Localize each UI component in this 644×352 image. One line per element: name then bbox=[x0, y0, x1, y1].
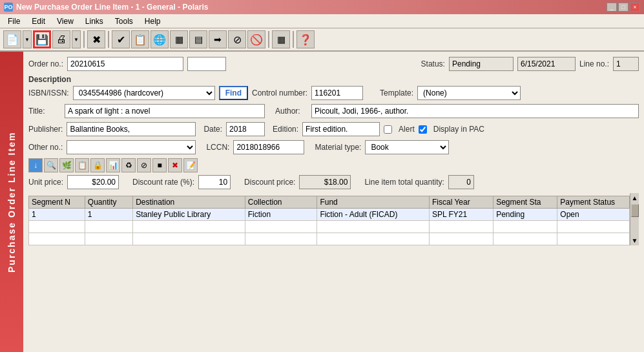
seg-recycle-btn[interactable]: ♻ bbox=[121, 158, 136, 172]
menu-bar: File Edit View Links Tools Help bbox=[0, 14, 644, 28]
table-scrollbar[interactable]: ▲ ▼ bbox=[630, 193, 639, 245]
template-label: Template: bbox=[380, 88, 413, 98]
minimize-button[interactable]: _ bbox=[607, 3, 617, 12]
seg-note-btn[interactable]: 📝 bbox=[183, 158, 198, 172]
seg-chart-btn[interactable]: 📊 bbox=[106, 158, 120, 172]
unit-price-label: Unit price: bbox=[28, 178, 63, 187]
line-no-input bbox=[613, 57, 639, 71]
cell-fiscal-year: SPL FY21 bbox=[429, 209, 493, 221]
title-bar-text: New Purchase Order Line Item - 1 - Gener… bbox=[16, 3, 208, 12]
block-button[interactable]: ⊘ bbox=[228, 30, 246, 48]
publisher-label: Publisher: bbox=[28, 125, 63, 134]
cell-segment-status: Pending bbox=[493, 209, 557, 221]
edition-input[interactable] bbox=[302, 122, 380, 136]
separator-1 bbox=[83, 31, 85, 48]
date-input[interactable] bbox=[226, 122, 265, 136]
save-button[interactable]: 💾 bbox=[33, 30, 51, 48]
col-payment-status: Payment Status bbox=[557, 196, 630, 209]
new-button[interactable]: 📄 bbox=[3, 30, 21, 48]
segment-toolbar: ↓ 🔍 🌿 📋 🔒 📊 ♻ ⊘ ■ ✖ 📝 bbox=[28, 158, 639, 172]
cell-fund: Fiction - Adult (FICAD) bbox=[317, 209, 430, 221]
order-no-input[interactable] bbox=[67, 57, 183, 71]
separator-4 bbox=[293, 31, 294, 48]
title-label: Title: bbox=[28, 107, 61, 116]
scroll-down-arrow[interactable]: ▼ bbox=[630, 236, 639, 245]
display-in-pac-checkbox[interactable] bbox=[419, 125, 427, 134]
isbn-row: ISBN/ISSN: 0345544986 (hardcover) Find C… bbox=[28, 86, 639, 100]
menu-links[interactable]: Links bbox=[80, 16, 109, 27]
material-type-select[interactable]: Book bbox=[365, 140, 449, 154]
separator-2 bbox=[108, 31, 109, 48]
template-select[interactable]: (None) bbox=[417, 86, 521, 100]
delete-button[interactable]: ✖ bbox=[87, 30, 105, 48]
catalog-button[interactable]: 📋 bbox=[131, 30, 149, 48]
menu-tools[interactable]: Tools bbox=[110, 16, 138, 27]
date-label: Date: bbox=[203, 125, 222, 134]
title-bar: PO New Purchase Order Line Item - 1 - Ge… bbox=[0, 0, 644, 14]
seg-search-btn[interactable]: 🔍 bbox=[44, 158, 58, 172]
menu-help[interactable]: Help bbox=[140, 16, 166, 27]
seg-square-btn[interactable]: ■ bbox=[152, 158, 167, 172]
author-input[interactable] bbox=[311, 104, 639, 118]
seg-down-btn[interactable]: ↓ bbox=[28, 158, 43, 172]
order-extra-input[interactable] bbox=[187, 57, 226, 71]
cell-quantity: 1 bbox=[85, 209, 132, 221]
new-dropdown-arrow[interactable]: ▼ bbox=[23, 30, 32, 48]
separator-3 bbox=[268, 31, 269, 48]
publisher-input[interactable] bbox=[67, 122, 196, 136]
title-input[interactable] bbox=[65, 104, 265, 118]
alert-checkbox[interactable] bbox=[384, 125, 392, 134]
seg-lock-btn[interactable]: 🔒 bbox=[90, 158, 105, 172]
menu-view[interactable]: View bbox=[52, 16, 79, 27]
line-item-total-label: Line item total quantity: bbox=[364, 178, 444, 187]
barcode-button[interactable]: ▦ bbox=[272, 30, 290, 48]
window-controls[interactable]: _ □ × bbox=[607, 3, 640, 12]
seg-delete-btn[interactable]: ✖ bbox=[168, 158, 182, 172]
close-button[interactable]: × bbox=[630, 3, 640, 12]
col-segment-status: Segment Sta bbox=[493, 196, 557, 209]
print-button[interactable]: 🖨 bbox=[52, 30, 70, 48]
pricing-row: Unit price: Discount rate (%): Discount … bbox=[28, 175, 639, 189]
grid-button[interactable]: ▦ bbox=[170, 30, 188, 48]
other-no-row: Other no.: LCCN: Material type: Book bbox=[28, 140, 639, 154]
lccn-input[interactable] bbox=[233, 140, 304, 154]
col-fiscal-year: Fiscal Year bbox=[429, 196, 493, 209]
main-toolbar: 📄 ▼ 💾 🖨 ▼ ✖ ✔ 📋 🌐 ▦ ▤ ➡ ⊘ 🚫 ▦ ❓ bbox=[0, 28, 644, 52]
maximize-button[interactable]: □ bbox=[618, 3, 628, 12]
status-input bbox=[449, 57, 514, 71]
cell-collection: Fiction bbox=[245, 209, 317, 221]
col-fund: Fund bbox=[317, 196, 430, 209]
arrow-right-button[interactable]: ➡ bbox=[209, 30, 227, 48]
scroll-thumb[interactable] bbox=[631, 204, 639, 217]
segment-table-container: Segment N Quantity Destination Collectio… bbox=[28, 193, 639, 245]
title-row: Title: Author: bbox=[28, 104, 639, 118]
globe-button[interactable]: 🌐 bbox=[151, 30, 169, 48]
check-button[interactable]: ✔ bbox=[112, 30, 130, 48]
status-label: Status: bbox=[421, 59, 445, 68]
isbn-label: ISBN/ISSN: bbox=[28, 88, 69, 98]
col-segment-n: Segment N bbox=[29, 196, 85, 209]
print-dropdown-arrow[interactable]: ▼ bbox=[72, 30, 81, 48]
status-date-input bbox=[517, 57, 576, 71]
seg-leaf-btn[interactable]: 🌿 bbox=[59, 158, 74, 172]
scroll-up-arrow[interactable]: ▲ bbox=[630, 193, 639, 203]
table-row-empty-1 bbox=[29, 221, 630, 233]
app-icon: PO bbox=[4, 3, 13, 12]
control-number-input[interactable] bbox=[311, 86, 363, 100]
segment-table: Segment N Quantity Destination Collectio… bbox=[28, 196, 630, 245]
unit-price-input[interactable] bbox=[67, 175, 119, 189]
find-button[interactable]: Find bbox=[219, 86, 248, 100]
col-destination: Destination bbox=[133, 196, 245, 209]
table-row[interactable]: 1 1 Stanley Public Library Fiction Ficti… bbox=[29, 209, 630, 221]
discount-rate-input[interactable] bbox=[198, 175, 231, 189]
other-no-select[interactable] bbox=[67, 140, 196, 154]
menu-edit[interactable]: Edit bbox=[26, 16, 50, 27]
isbn-select[interactable]: 0345544986 (hardcover) bbox=[73, 86, 215, 100]
help-button[interactable]: ❓ bbox=[296, 30, 315, 48]
seg-block-btn[interactable]: ⊘ bbox=[137, 158, 151, 172]
seg-clipboard-btn[interactable]: 📋 bbox=[75, 158, 89, 172]
stop-button[interactable]: 🚫 bbox=[247, 30, 265, 48]
table-button[interactable]: ▤ bbox=[189, 30, 207, 48]
lccn-label: LCCN: bbox=[206, 143, 229, 152]
menu-file[interactable]: File bbox=[3, 16, 25, 27]
